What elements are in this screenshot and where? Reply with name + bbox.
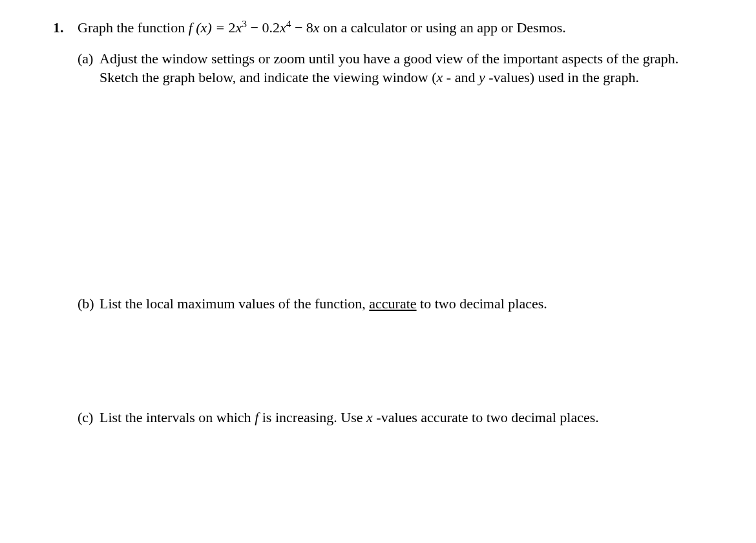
part-a-x: x — [437, 69, 443, 85]
part-c-mid: is increasing. Use — [258, 409, 366, 425]
part-c-label: (c) — [78, 408, 100, 427]
part-a-y: y — [479, 69, 485, 85]
term2-coeff: 0.2 — [262, 19, 280, 36]
part-c: (c) List the intervals on which f is inc… — [78, 408, 717, 427]
part-c-after: -values accurate to two decimal places. — [373, 409, 599, 425]
part-b-after: to two decimal places. — [417, 295, 547, 312]
stem-before: Graph the function — [78, 19, 189, 36]
part-a-line2-mid: - and — [443, 69, 479, 85]
subparts: (a) Adjust the window settings or zoom u… — [78, 49, 717, 427]
minus1: − — [247, 19, 262, 36]
term1-coeff: 2 — [229, 19, 236, 36]
part-a-line2-after: -values) used in the graph. — [485, 69, 639, 85]
part-c-before: List the intervals on which — [100, 409, 255, 425]
sketch-space — [78, 87, 717, 294]
part-b-body: List the local maximum values of the fun… — [100, 294, 717, 314]
part-b-label: (b) — [78, 294, 100, 314]
problem-number: 1. — [53, 18, 78, 37]
part-c-body: List the intervals on which f is increas… — [100, 408, 717, 427]
term1-var: x — [236, 19, 242, 36]
part-a-line1: Adjust the window settings or zoom until… — [100, 50, 678, 67]
part-a-line2-before: Sketch the graph below, and indicate the… — [100, 69, 437, 85]
term3-var: x — [313, 19, 320, 36]
problem-1: 1. Graph the function f (x) = 2x3 − 0.2x… — [53, 18, 717, 37]
answer-space-b — [78, 314, 717, 408]
part-a: (a) Adjust the window settings or zoom u… — [78, 49, 717, 87]
part-a-body: Adjust the window settings or zoom until… — [100, 49, 717, 87]
term1-exp: 3 — [242, 18, 247, 29]
func-lhs: f (x) = — [189, 19, 229, 36]
problem-stem: Graph the function f (x) = 2x3 − 0.2x4 −… — [78, 18, 566, 37]
part-b-before: List the local maximum values of the fun… — [100, 295, 369, 312]
part-c-x: x — [366, 409, 373, 425]
part-a-label: (a) — [78, 49, 100, 69]
term3-coeff: 8 — [306, 19, 313, 36]
stem-after: on a calculator or using an app or Desmo… — [320, 19, 566, 36]
part-b-underlined: accurate — [369, 295, 416, 312]
part-b: (b) List the local maximum values of the… — [78, 294, 717, 314]
minus2: − — [291, 19, 306, 36]
function-expression: f (x) = 2x3 − 0.2x4 − 8x — [189, 19, 320, 36]
term2-var: x — [280, 19, 286, 36]
